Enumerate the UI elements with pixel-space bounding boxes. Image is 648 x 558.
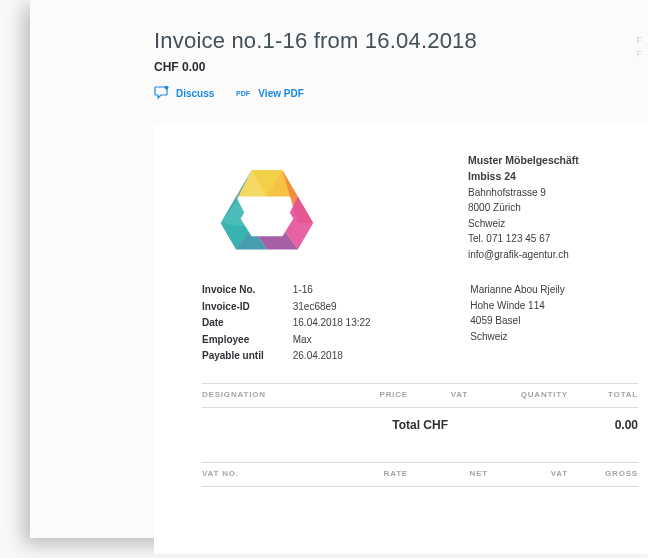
discuss-button[interactable]: Discuss <box>154 86 214 100</box>
company-country: Schweiz <box>468 216 638 232</box>
view-pdf-label: View PDF <box>258 88 303 99</box>
invoice-document: Muster Möbelgeschäft Imbiss 24 Bahnhofst… <box>154 124 648 554</box>
invoice-date-value: 16.04.2018 13:22 <box>293 315 471 332</box>
company-street: Bahnhofstrasse 9 <box>468 185 638 201</box>
side-cutoff-text: F F <box>637 34 643 61</box>
discuss-label: Discuss <box>176 88 214 99</box>
total-row: Total CHF 0.00 <box>154 408 648 444</box>
invoice-amount: CHF 0.00 <box>154 60 648 74</box>
total-value: 0.00 <box>568 418 638 432</box>
company-name-2: Imbiss 24 <box>468 168 638 184</box>
company-tel: Tel. 071 123 45 67 <box>468 231 638 247</box>
view-pdf-button[interactable]: PDF View PDF <box>236 86 303 100</box>
recipient-name: Marianne Abou Rjeily <box>470 282 638 298</box>
invoice-no-value: 1-16 <box>293 282 471 299</box>
divider <box>202 486 638 487</box>
company-logo <box>202 152 332 272</box>
invoice-employee-value: Max <box>293 332 471 349</box>
recipient-address: Marianne Abou Rjeily Hohe Winde 114 4059… <box>470 282 648 365</box>
discuss-icon <box>154 86 170 100</box>
page-title: Invoice no.1-16 from 16.04.2018 <box>154 28 648 54</box>
svg-marker-10 <box>241 201 294 236</box>
invoice-payable-value: 26.04.2018 <box>293 348 471 365</box>
svg-point-0 <box>165 86 169 90</box>
line-items-header: DESIGNATION PRICE VAT QUANTITY TOTAL <box>154 384 648 405</box>
invoice-id-value: 31ec68e9 <box>293 299 471 316</box>
recipient-street: Hohe Winde 114 <box>470 298 638 314</box>
recipient-country: Schweiz <box>470 329 638 345</box>
recipient-city: 4059 Basel <box>470 313 638 329</box>
invoice-meta-values: 1-16 31ec68e9 16.04.2018 13:22 Max 26.04… <box>293 282 471 365</box>
vat-header: VAT NO. RATE NET VAT GROSS <box>154 463 648 484</box>
total-label: Total CHF <box>202 418 568 432</box>
company-address: Muster Möbelgeschäft Imbiss 24 Bahnhofst… <box>468 152 648 272</box>
company-email: info@grafik-agentur.ch <box>468 247 638 263</box>
svg-text:PDF: PDF <box>236 90 251 97</box>
company-name-1: Muster Möbelgeschäft <box>468 152 638 168</box>
invoice-meta-labels: Invoice No. Invoice-ID Date Employee Pay… <box>202 282 293 365</box>
pdf-icon: PDF <box>236 86 252 100</box>
company-city: 8000 Zürich <box>468 200 638 216</box>
